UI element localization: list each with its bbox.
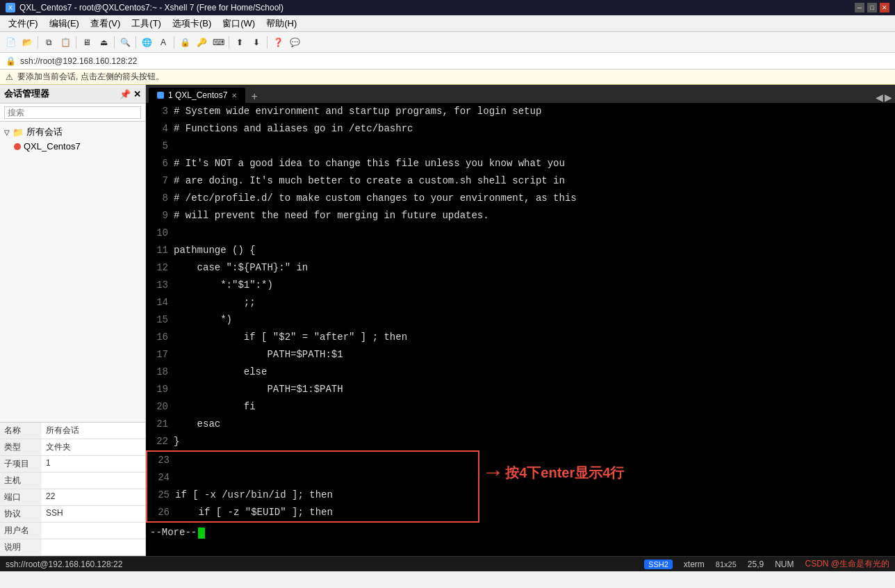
lock-icon: 🔒 xyxy=(6,56,16,66)
copy-button[interactable]: ⧉ xyxy=(41,35,56,50)
upload-button[interactable]: ⬆ xyxy=(232,35,247,50)
maximize-button[interactable]: □ xyxy=(867,3,877,13)
term-line-20: 20 fi xyxy=(146,398,895,416)
term-line-23: 23 xyxy=(147,452,478,469)
app-icon: X xyxy=(6,3,15,13)
menu-view[interactable]: 查看(V) xyxy=(85,16,126,31)
sidebar-search-input[interactable] xyxy=(4,106,141,119)
term-line-21: 21 esac xyxy=(146,416,895,433)
sidebar-header: 会话管理器 📌 ✕ xyxy=(0,85,145,104)
xterm-label: xterm xyxy=(684,560,705,569)
tab-add-button[interactable]: + xyxy=(245,90,263,103)
terminal-area: 1 QXL_Centos7 ✕ + ◀ ▶ 3 # System wide en… xyxy=(146,85,895,556)
prop-value-host xyxy=(42,473,145,489)
watermark: CSDN @生命是有光的 xyxy=(805,558,889,570)
cursor xyxy=(198,528,205,539)
tree-toggle-root[interactable]: ▽ xyxy=(4,129,10,136)
prop-value-children: 1 xyxy=(42,456,145,472)
prop-row-port: 端口 22 xyxy=(0,489,145,506)
menu-file[interactable]: 文件(F) xyxy=(3,16,44,31)
window-title: QXL_Centos7 - root@QXLCentos7:~ - Xshell… xyxy=(19,3,284,13)
connection-status-dot xyxy=(14,143,21,150)
tree-item-qxl[interactable]: QXL_Centos7 xyxy=(0,140,145,153)
prop-label-name: 名称 xyxy=(0,423,42,439)
prop-label-host: 主机 xyxy=(0,473,42,489)
prop-label-children: 子项目 xyxy=(0,456,42,472)
tab-bar: 1 QXL_Centos7 ✕ + ◀ ▶ xyxy=(146,85,895,103)
terminal-size: 81x25 xyxy=(716,560,737,569)
connect-button[interactable]: 🖥 xyxy=(79,35,95,50)
term-line-5: 5 xyxy=(146,138,895,155)
sidebar-pin-icon[interactable]: 📌 xyxy=(120,89,131,99)
prop-row-type: 类型 文件夹 xyxy=(0,439,145,456)
prop-label-username: 用户名 xyxy=(0,523,42,539)
paste-button[interactable]: 📋 xyxy=(58,35,73,50)
toolbar-sep-3 xyxy=(114,36,115,49)
address-bar: 🔒 ssh://root@192.168.160.128:22 xyxy=(0,53,895,70)
prop-value-desc xyxy=(42,539,145,555)
term-line-17: 17 PATH=$PATH:$1 xyxy=(146,346,895,364)
prop-row-children: 子项目 1 xyxy=(0,456,145,473)
disconnect-button[interactable]: ⏏ xyxy=(96,35,111,50)
menu-tabs[interactable]: 选项卡(B) xyxy=(167,16,217,31)
prop-row-desc: 说明 xyxy=(0,539,145,556)
terminal-button[interactable]: ⌨ xyxy=(211,35,226,50)
search-button[interactable]: 🔍 xyxy=(117,35,133,50)
new-button[interactable]: 📄 xyxy=(3,35,18,50)
prop-row-host: 主机 xyxy=(0,473,145,489)
prop-label-port: 端口 xyxy=(0,489,42,505)
more-text: --More-- xyxy=(146,524,197,541)
sidebar-properties: 名称 所有会话 类型 文件夹 子项目 1 主机 端口 22 协议 SSH xyxy=(0,422,145,556)
term-line-25: 25 if [ -x /usr/bin/id ]; then xyxy=(147,487,478,504)
term-line-18: 18 else xyxy=(146,364,895,381)
window-controls: ─ □ ✕ xyxy=(855,3,889,13)
tab-qxl[interactable]: 1 QXL_Centos7 ✕ xyxy=(149,88,245,103)
term-line-3: 3 # System wide environment and startup … xyxy=(146,103,895,120)
num-lock: NUM xyxy=(775,560,794,569)
prop-value-port: 22 xyxy=(42,489,145,505)
term-line-24: 24 xyxy=(147,469,478,487)
tab-close-button[interactable]: ✕ xyxy=(231,92,237,99)
menu-window[interactable]: 窗口(W) xyxy=(217,16,261,31)
term-line-11: 11 pathmunge () { xyxy=(146,242,895,259)
tree-root-label: 所有会话 xyxy=(26,126,63,138)
term-line-7: 7 # are doing. It's much better to creat… xyxy=(146,172,895,190)
toolbar: 📄 📂 ⧉ 📋 🖥 ⏏ 🔍 🌐 A 🔒 🔑 ⌨ ⬆ ⬇ ❓ 💬 xyxy=(0,32,895,53)
terminal-content[interactable]: 3 # System wide environment and startup … xyxy=(146,103,895,556)
font-button[interactable]: A xyxy=(156,35,171,50)
lock-button[interactable]: 🔒 xyxy=(177,35,192,50)
toolbar-sep-7 xyxy=(267,36,268,49)
term-line-9: 9 # will prevent the need for merging in… xyxy=(146,207,895,224)
annotation-text: 按4下enter显示4行 xyxy=(505,464,624,482)
toolbar-sep-4 xyxy=(136,36,136,49)
prop-label-protocol: 协议 xyxy=(0,506,42,522)
open-button[interactable]: 📂 xyxy=(19,35,35,50)
tab-nav-left[interactable]: ◀ xyxy=(876,92,883,103)
tree-qxl-label: QXL_Centos7 xyxy=(24,141,81,152)
menu-help[interactable]: 帮助(H) xyxy=(261,16,302,31)
prop-value-type: 文件夹 xyxy=(42,439,145,455)
prop-row-username: 用户名 xyxy=(0,523,145,539)
more-button[interactable]: 💬 xyxy=(287,35,302,50)
tab-nav-right[interactable]: ▶ xyxy=(885,92,892,103)
term-line-26: 26 if [ -z "$EUID" ]; then xyxy=(147,504,478,521)
info-text: 要添加当前会话, 点击左侧的箭头按钮。 xyxy=(17,71,164,83)
key-button[interactable]: 🔑 xyxy=(194,35,209,50)
close-button[interactable]: ✕ xyxy=(880,3,889,13)
sidebar-close-icon[interactable]: ✕ xyxy=(133,89,141,99)
menu-tools[interactable]: 工具(T) xyxy=(126,16,167,31)
ssh-badge: SSH2 xyxy=(644,560,673,569)
term-line-15: 15 *) xyxy=(146,311,895,329)
prop-value-username xyxy=(42,523,145,539)
prop-label-type: 类型 xyxy=(0,439,42,455)
help-button[interactable]: ❓ xyxy=(270,35,286,50)
minimize-button[interactable]: ─ xyxy=(855,3,864,13)
globe-button[interactable]: 🌐 xyxy=(139,35,154,50)
menu-edit[interactable]: 编辑(E) xyxy=(44,16,85,31)
main-content: 会话管理器 📌 ✕ ▽ 📁 所有会话 QXL_Centos7 名称 所有会话 xyxy=(0,85,895,556)
prop-value-name: 所有会话 xyxy=(42,423,145,439)
title-bar: X QXL_Centos7 - root@QXLCentos7:~ - Xshe… xyxy=(0,0,895,15)
download-button[interactable]: ⬇ xyxy=(249,35,264,50)
prop-value-protocol: SSH xyxy=(42,506,145,522)
tree-item-root[interactable]: ▽ 📁 所有会话 xyxy=(0,124,145,140)
